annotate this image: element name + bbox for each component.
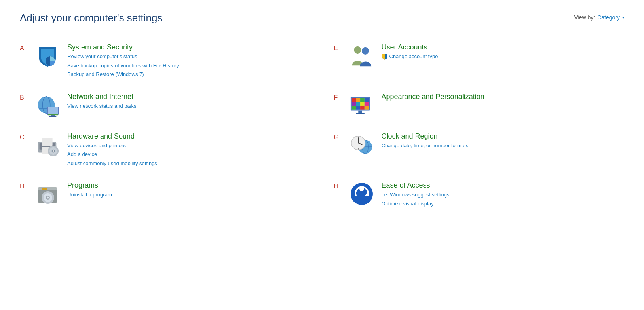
category-item-clock: G [334, 125, 625, 175]
svg-rect-49 [38, 187, 57, 190]
system-security-icon [35, 43, 60, 68]
svg-rect-15 [351, 98, 356, 102]
svg-point-53 [47, 197, 49, 199]
svg-rect-17 [360, 98, 365, 102]
svg-rect-22 [364, 102, 369, 106]
view-by-label: View by: [574, 14, 595, 21]
link-backup-copies[interactable]: Save backup copies of your files with Fi… [67, 62, 179, 70]
svg-rect-31 [42, 138, 52, 145]
svg-rect-25 [360, 105, 365, 109]
view-by-dropdown[interactable]: Category [597, 14, 620, 21]
ease-access-text: Ease of Access Let Windows suggest setti… [382, 181, 450, 207]
category-item-hardware: C Hardware and Sound Vie [20, 125, 310, 175]
clock-text: Clock and Region Change date, time, or n… [382, 132, 469, 150]
network-text: Network and Internet View network status… [67, 93, 137, 110]
link-change-account-type[interactable]: Change account type [389, 53, 438, 61]
view-by-control: View by: Category ▾ [574, 14, 624, 21]
category-label-f: F [334, 93, 342, 101]
svg-rect-20 [356, 102, 360, 106]
category-item-programs: D Programs Uninstall a program [20, 174, 310, 215]
svg-rect-21 [360, 102, 365, 106]
svg-rect-26 [364, 105, 369, 109]
svg-point-2 [362, 47, 369, 55]
change-account-container: Change account type [382, 53, 438, 61]
link-uninstall[interactable]: Uninstall a program [67, 191, 112, 199]
hardware-text: Hardware and Sound View devices and prin… [67, 132, 157, 167]
user-accounts-icon [349, 43, 374, 68]
category-item-user-accounts: E User Accounts [334, 36, 625, 86]
clock-title[interactable]: Clock and Region [382, 132, 469, 141]
network-internet-icon [35, 93, 60, 118]
link-backup-restore[interactable]: Backup and Restore (Windows 7) [67, 70, 179, 78]
link-add-device[interactable]: Add a device [67, 150, 157, 158]
svg-rect-28 [356, 113, 364, 114]
category-label-a: A [20, 43, 28, 52]
category-label-g: G [334, 132, 342, 141]
page-title: Adjust your computer's settings [20, 12, 162, 24]
link-review-status[interactable]: Review your computer's status [67, 53, 179, 61]
category-label-e: E [334, 43, 342, 52]
category-label-h: H [334, 181, 342, 190]
system-security-text: System and Security Review your computer… [67, 43, 179, 78]
svg-point-36 [53, 150, 54, 152]
category-item-appearance: F [334, 86, 625, 125]
clock-region-icon [349, 132, 374, 158]
category-label-b: B [20, 93, 28, 101]
programs-icon [35, 181, 60, 207]
svg-rect-19 [351, 102, 356, 106]
control-panel-page: Adjust your computer's settings View by:… [0, 0, 644, 226]
page-header: Adjust your computer's settings View by:… [20, 12, 624, 24]
system-security-title[interactable]: System and Security [67, 43, 179, 51]
chevron-down-icon[interactable]: ▾ [622, 15, 624, 20]
network-title[interactable]: Network and Internet [67, 93, 137, 101]
appearance-title[interactable]: Appearance and Personalization [382, 93, 484, 101]
svg-rect-9 [48, 107, 58, 113]
hardware-sound-icon [35, 132, 60, 158]
appearance-text: Appearance and Personalization [382, 93, 484, 101]
category-item-system-security: A System and Security Review your comput… [20, 36, 310, 86]
user-accounts-title[interactable]: User Accounts [382, 43, 438, 51]
category-item-network: B Network [20, 86, 310, 125]
link-optimize-display[interactable]: Optimize visual display [382, 200, 450, 208]
link-date-time[interactable]: Change date, time, or number formats [382, 142, 469, 150]
ease-access-icon [349, 181, 374, 207]
svg-rect-16 [356, 98, 360, 102]
svg-rect-23 [351, 105, 356, 109]
link-view-devices[interactable]: View devices and printers [67, 142, 157, 150]
svg-point-1 [354, 46, 361, 54]
link-suggest-settings[interactable]: Let Windows suggest settings [382, 191, 450, 199]
category-item-ease-access: H Ease of Access Let Windows suggest set… [334, 174, 625, 215]
user-accounts-text: User Accounts Change account type [382, 43, 438, 61]
svg-rect-18 [364, 98, 369, 102]
uac-shield-icon [382, 53, 388, 60]
svg-rect-24 [356, 105, 360, 109]
ease-access-title[interactable]: Ease of Access [382, 181, 450, 190]
link-mobility-settings[interactable]: Adjust commonly used mobility settings [67, 160, 157, 167]
categories-grid: A System and Security Review your comput… [20, 36, 624, 215]
programs-text: Programs Uninstall a program [67, 181, 112, 199]
svg-rect-12 [48, 114, 58, 115]
programs-title[interactable]: Programs [67, 181, 112, 190]
svg-rect-54 [42, 188, 47, 190]
link-view-network[interactable]: View network status and tasks [67, 102, 137, 110]
appearance-icon [349, 93, 374, 118]
hardware-title[interactable]: Hardware and Sound [67, 132, 157, 141]
svg-rect-11 [49, 116, 56, 117]
category-label-c: C [20, 132, 28, 141]
svg-point-55 [351, 183, 373, 205]
svg-rect-27 [358, 110, 362, 113]
category-label-d: D [20, 181, 28, 190]
